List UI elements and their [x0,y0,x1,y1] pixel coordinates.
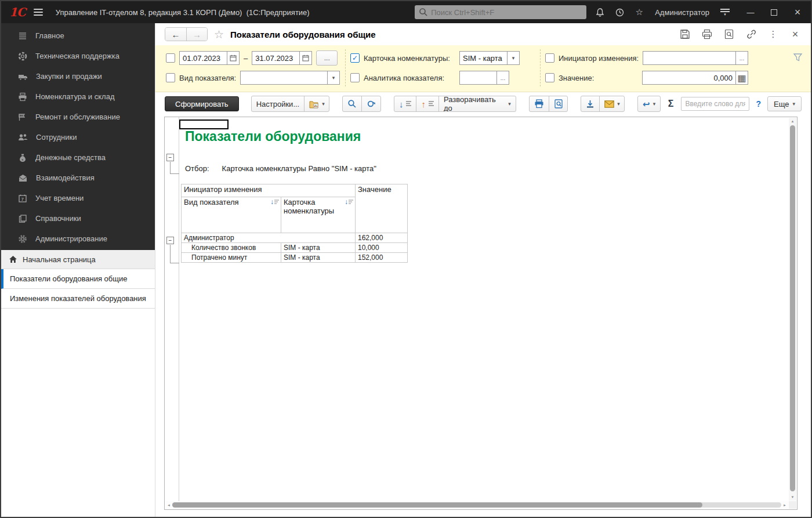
header-kind[interactable]: Вид показателя ↓ [182,197,281,233]
current-user[interactable]: Администратор [655,8,709,17]
find-next-button[interactable] [361,96,381,111]
print-button[interactable] [530,96,549,111]
selected-cell[interactable] [179,119,229,129]
scroll-up-icon[interactable]: ▲ [789,118,796,125]
back-button[interactable]: ← [165,28,186,41]
undo-button[interactable]: ↩ ▾ [638,96,660,111]
analytics-input[interactable] [460,71,496,84]
analytics-select-icon[interactable]: ... [496,71,509,84]
sort-icon[interactable]: ↓ [345,199,353,205]
sidebar-item-catalogs[interactable]: Справочники [1,208,155,229]
magnifier-refresh-icon [367,99,376,108]
initiator-checkbox[interactable] [545,53,554,63]
preview-icon[interactable] [723,28,735,41]
sort-icon[interactable]: ↓ [270,199,279,205]
forward-button[interactable]: → [186,28,207,41]
maximize-button[interactable] [771,9,777,16]
download-icon [586,100,594,108]
sidebar-item-employees[interactable]: Сотрудники [1,127,155,147]
sidebar-item-main[interactable]: Главное [1,26,155,46]
generate-button[interactable]: Сформировать [165,96,239,111]
magnifier-icon [347,99,357,108]
save-icon[interactable] [679,28,691,41]
sidebar-item-money[interactable]: s Денежные средства [1,147,155,168]
expand-to-button[interactable]: Разворачивать до ▾ [438,96,516,111]
header-initiator[interactable]: Инициатор изменения [182,184,356,197]
report-variants-button[interactable]: ▾ [304,96,329,111]
card-dropdown-icon[interactable]: ▾ [507,52,519,64]
card-input[interactable] [460,52,507,64]
kind-input[interactable] [241,71,327,84]
horizontal-scroll-thumb[interactable] [172,502,702,508]
books-icon [18,214,27,223]
scroll-left-icon[interactable]: ◄ [165,503,172,507]
collapse-admin-group-icon[interactable]: − [166,237,174,244]
more-button[interactable]: Еще ▾ [767,96,802,111]
period-options-button[interactable]: ... [316,50,338,66]
main-menu-icon[interactable] [32,8,44,17]
kind-checkbox[interactable] [166,73,175,82]
sidebar-item-purchases[interactable]: Закупки и продажи [1,66,155,86]
table-row[interactable]: Количество звонков SIM - карта 10,000 [182,243,408,253]
filter-funnel-icon[interactable] [793,53,803,62]
period-checkbox[interactable] [166,53,175,63]
history-icon[interactable] [613,6,626,19]
print-icon[interactable] [701,28,713,41]
content-area: ← → ☆ Показатели оборудования общие [155,23,811,517]
initiator-select-icon[interactable]: ... [735,52,748,64]
value-checkbox[interactable] [545,73,554,82]
scroll-right-icon[interactable]: ► [781,503,788,507]
sidebar-item-home[interactable]: Начальная страница [1,250,155,269]
table-row-group[interactable]: Администратор 162,000 [182,233,408,243]
expand-all-button[interactable]: ↑ [416,96,438,111]
vertical-scroll-thumb[interactable] [790,125,795,491]
save-file-button[interactable] [581,96,599,111]
sidebar-item-time[interactable]: 7 Учет времени [1,188,155,208]
find-button[interactable] [343,96,361,111]
search-input[interactable] [415,5,586,19]
help-icon[interactable]: ? [755,99,762,108]
value-input[interactable] [643,71,735,84]
header-card[interactable]: Карточка номенклатуры ↓ [281,197,356,233]
calendar-icon[interactable] [299,52,311,64]
more-actions-icon[interactable]: ⋮ [767,28,780,41]
date-to-input[interactable] [252,52,299,64]
add-favorite-star-icon[interactable]: ☆ [214,28,224,41]
get-link-icon[interactable] [745,28,757,41]
search-icon [419,8,428,17]
quick-find-input[interactable] [681,97,749,111]
calculator-icon[interactable]: ▦ [735,71,748,84]
initiator-input[interactable] [643,52,735,64]
kind-dropdown-icon[interactable]: ▾ [327,71,339,84]
close-page-icon[interactable]: × [789,28,802,41]
send-mail-button[interactable]: ▾ [599,96,625,111]
vertical-scrollbar[interactable]: ▲ ▼ [789,118,796,501]
calendar-icon[interactable] [227,52,239,64]
open-page-tab-active[interactable]: Показатели оборудования общие [1,269,155,289]
sidebar-item-interactions[interactable]: Взаимодействия [1,168,155,188]
header-value[interactable]: Значение [356,184,408,233]
table-row[interactable]: Потрачено минут SIM - карта 152,000 [182,253,408,263]
favorites-star-icon[interactable]: ☆ [633,6,646,19]
sidebar-item-repair[interactable]: Ремонт и обслуживание [1,107,155,127]
report-viewport: Показатели оборудования − Отбор: Карточк… [164,117,798,510]
collapse-panel-icon[interactable]: ▼ [719,9,731,16]
print-preview-button[interactable] [549,96,568,111]
close-window-button[interactable]: × [791,6,804,19]
scroll-down-icon[interactable]: ▼ [789,494,796,501]
sum-sigma-button[interactable]: Σ [666,99,676,109]
minimize-button[interactable]: — [744,6,757,19]
analytics-checkbox[interactable] [350,73,360,82]
collapse-all-button[interactable]: ↓ [394,96,416,111]
collapse-report-group-icon[interactable]: − [166,154,174,161]
sidebar-item-nomenclature[interactable]: Номенклатура и склад [1,86,155,107]
open-page-tab[interactable]: Изменения показателей оборудования [1,289,155,309]
sidebar-item-support[interactable]: Техническая поддержка [1,46,155,66]
card-checkbox[interactable]: ✓ [350,53,360,63]
horizontal-scroll-track[interactable] [172,502,781,508]
settings-button[interactable]: Настройки... [252,96,304,111]
notifications-bell-icon[interactable] [593,6,606,19]
sidebar-item-administration[interactable]: Администрирование [1,229,155,249]
horizontal-scrollbar[interactable]: ◄ ► [165,501,788,509]
date-from-input[interactable] [180,52,227,64]
